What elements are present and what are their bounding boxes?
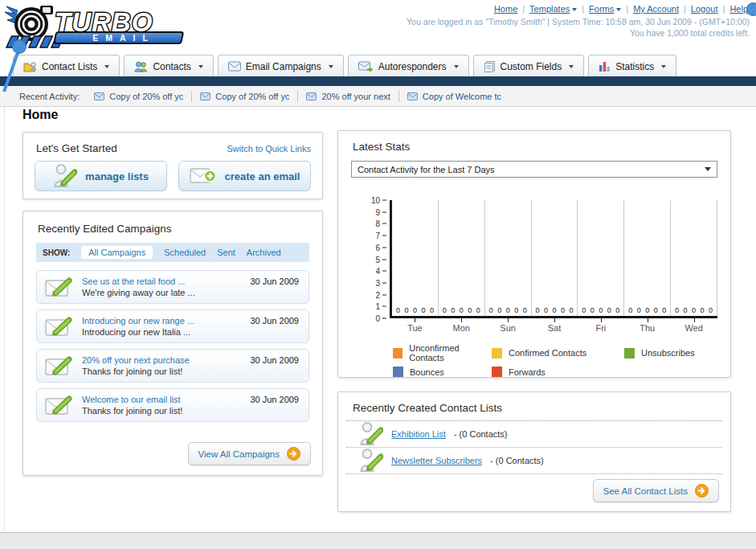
recent-activity-item[interactable]: Copy of Welcome tc: [407, 92, 501, 101]
link-separator: |: [626, 4, 628, 14]
x-tick-mark: [461, 318, 462, 322]
x-tick-label: Sat: [532, 323, 578, 333]
contact-list-item[interactable]: Newsletter Subscribers- (0 Contacts): [346, 448, 722, 474]
y-tick-label: 0: [375, 314, 380, 323]
campaign-title-link[interactable]: See us at the retail food ...: [82, 276, 195, 287]
legend-swatch: [492, 367, 502, 377]
chart-day-group: 0 0 0 0 0Wed: [671, 200, 717, 316]
latest-stats-title: Latest Stats: [338, 131, 730, 159]
x-tick-mark: [648, 318, 648, 322]
x-tick-mark: [601, 318, 602, 322]
filter-scheduled[interactable]: Scheduled: [164, 248, 206, 257]
chevron-down-icon: [616, 8, 621, 14]
filter-archived[interactable]: Archived: [247, 248, 281, 257]
top-link-logout[interactable]: Logout: [691, 4, 718, 14]
campaign-item[interactable]: Welcome to our email listThanks for join…: [36, 388, 309, 422]
legend-label: Forwards: [509, 367, 546, 377]
contact-list-name-link[interactable]: Exhibition List: [391, 429, 446, 439]
campaign-subtitle: We're giving away our late ...: [82, 287, 195, 298]
person-pencil-icon: [53, 163, 77, 189]
y-tick-label: 8: [375, 219, 380, 228]
see-all-contact-lists-label: See All Contact Lists: [603, 486, 688, 496]
contact-list-count: - (0 Contacts): [454, 429, 508, 439]
header-right: Home|Templates|Forms|My Account|Logout|H…: [407, 4, 750, 38]
navy-divider: [0, 76, 756, 86]
bar-chart-icon: [599, 61, 611, 72]
envelope-pencil-icon: [45, 275, 74, 299]
campaign-item[interactable]: See us at the retail food ...We're givin…: [36, 270, 309, 304]
y-tick-mark: [382, 200, 386, 201]
campaign-title-link[interactable]: Welcome to our email list: [82, 394, 182, 405]
campaign-item[interactable]: Introducing our new range ...Introducing…: [36, 309, 309, 343]
tab-autoresponders[interactable]: Autoresponders: [348, 55, 469, 77]
campaign-subtitle: Introducing our new Italia ...: [82, 326, 194, 338]
contact-list-count: - (0 Contacts): [490, 456, 544, 465]
y-tick-mark: [382, 306, 386, 307]
campaign-subtitle: Thanks for joining our list!: [82, 366, 190, 377]
tab-label: Contact Lists: [42, 61, 97, 72]
chart-day-group: 0 0 0 0 0Sat: [532, 200, 578, 316]
person-pencil-icon: [359, 448, 383, 473]
contact-list-item[interactable]: Exhibition List- (0 Contacts): [346, 421, 722, 448]
y-tick-label: 4: [375, 267, 380, 276]
tab-email-campaigns[interactable]: Email Campaigns: [218, 55, 344, 77]
x-tick-label: Thu: [624, 323, 670, 333]
tab-label: Autoresponders: [378, 61, 447, 72]
legend-item: Bounces: [393, 367, 492, 377]
y-tick-mark: [382, 259, 386, 260]
legend-label: Unconfirmed Contacts: [409, 343, 492, 363]
tab-contacts[interactable]: Contacts: [124, 55, 213, 77]
show-label: SHOW:: [43, 248, 70, 257]
filter-all-campaigns[interactable]: All Campaigns: [81, 246, 153, 259]
create-an-email-label: create an email: [225, 170, 300, 182]
recent-activity-item[interactable]: Copy of 20% off yc: [200, 92, 289, 101]
top-link-home[interactable]: Home: [494, 4, 517, 14]
see-all-contact-lists-button[interactable]: See All Contact Lists: [593, 479, 719, 502]
manage-lists-button[interactable]: manage lists: [35, 161, 167, 191]
chart-legend: Unconfirmed ContactsConfirmed ContactsUn…: [393, 343, 695, 377]
chart-day-group: 0 0 0 0 0Sun: [485, 200, 532, 316]
contact-list-name-link[interactable]: Newsletter Subscribers: [391, 456, 482, 465]
chevron-down-icon: [198, 65, 203, 71]
tab-statistics[interactable]: Statistics: [588, 55, 676, 77]
top-link-forms[interactable]: Forms: [589, 4, 621, 14]
campaign-item[interactable]: 20% off your next purchaseThanks for joi…: [36, 349, 309, 383]
annotation-dot-right: [746, 2, 756, 16]
bar-value-labels: 0 0 0 0 0: [671, 306, 717, 314]
view-all-campaigns-button[interactable]: View All Campaigns: [188, 442, 311, 465]
filter-sent[interactable]: Sent: [217, 248, 235, 257]
chevron-down-icon: [104, 65, 109, 71]
top-link-my-account[interactable]: My Account: [633, 4, 679, 14]
chart-y-axis: 012345678910: [356, 200, 388, 318]
y-tick-mark: [382, 318, 386, 319]
link-separator: |: [522, 4, 525, 14]
credits-info: You have 1,000 total credits left.: [407, 28, 750, 38]
envelope-small-icon: [407, 92, 418, 100]
recent-activity-items: Copy of 20% off ycCopy of 20% off yc20% …: [94, 91, 501, 102]
campaign-title-link[interactable]: Introducing our new range ...: [82, 315, 194, 326]
x-tick-mark: [554, 318, 555, 322]
legend-label: Confirmed Contacts: [509, 348, 586, 358]
y-tick-mark: [382, 211, 386, 212]
recent-activity-item[interactable]: 20% off your next: [306, 92, 390, 101]
tab-custom-fields[interactable]: Custom Fields: [473, 55, 585, 77]
campaign-item-text: 20% off your next purchaseThanks for joi…: [82, 354, 190, 377]
campaign-date: 30 Jun 2009: [250, 395, 299, 404]
switch-quick-links-link[interactable]: Switch to Quick Links: [227, 144, 311, 154]
create-an-email-button[interactable]: create an email: [178, 161, 311, 191]
svg-text:EMAIL: EMAIL: [92, 33, 155, 43]
recent-activity-item-label: Copy of 20% off yc: [109, 92, 183, 101]
annotation-pin-left: [0, 37, 34, 95]
top-link-templates[interactable]: Templates: [529, 4, 577, 14]
contact-lists-panel: Recently Created Contact Lists Exhibitio…: [337, 391, 731, 512]
campaign-date: 30 Jun 2009: [250, 355, 299, 365]
top-link-help[interactable]: Help: [729, 4, 748, 14]
campaign-title-link[interactable]: 20% off your next purchase: [82, 354, 190, 366]
recent-activity-item[interactable]: Copy of 20% off yc: [94, 92, 183, 101]
stats-period-select[interactable]: Contact Activity for the Last 7 Days: [351, 161, 717, 178]
main-nav-tabs: Contact ListsContactsEmail CampaignsAuto…: [13, 55, 676, 77]
x-tick-mark: [694, 318, 695, 322]
legend-swatch: [393, 348, 403, 358]
link-separator: |: [582, 4, 584, 14]
campaigns-title: Recently Edited Campaigns: [23, 211, 322, 243]
